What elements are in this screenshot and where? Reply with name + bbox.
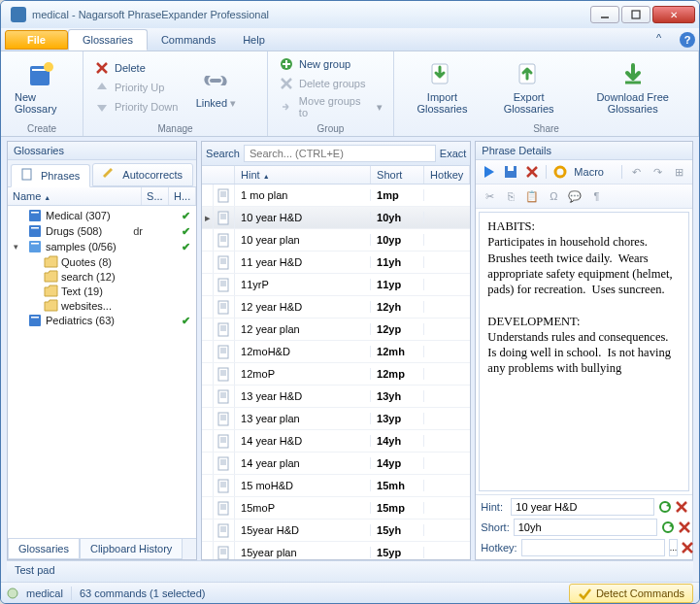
row-selector[interactable]: [202, 497, 214, 519]
row-selector[interactable]: [202, 386, 214, 407]
file-menu[interactable]: File: [5, 30, 68, 50]
macro-button[interactable]: Macro: [574, 166, 604, 178]
priority-up-button[interactable]: Priority Up: [91, 79, 181, 96]
row-selector[interactable]: [202, 363, 214, 385]
bubble-icon[interactable]: 💬: [567, 188, 583, 204]
col-hotkey[interactable]: Hotkey: [424, 166, 470, 184]
tree-row[interactable]: Medical (307)✔: [10, 208, 194, 223]
row-selector[interactable]: [202, 520, 214, 541]
col-short[interactable]: Short: [371, 166, 424, 184]
tree-row[interactable]: search (12): [10, 269, 194, 284]
cut-icon[interactable]: ✂: [482, 188, 497, 204]
table-row[interactable]: 12 year H&D12yh: [202, 296, 470, 319]
hint-clear-icon[interactable]: [676, 498, 687, 516]
table-row[interactable]: 12 year plan12yp: [202, 319, 470, 341]
row-selector[interactable]: [202, 408, 214, 429]
row-selector[interactable]: ▸: [202, 207, 214, 228]
maximize-button[interactable]: [621, 6, 650, 23]
table-row[interactable]: 15moP15mp: [202, 497, 470, 520]
pilcrow-icon[interactable]: ¶: [588, 188, 604, 204]
undo-icon[interactable]: ↶: [628, 164, 644, 180]
row-selector[interactable]: [202, 542, 214, 559]
help-icon[interactable]: ?: [680, 32, 695, 48]
table-row[interactable]: 13 year H&D13yh: [202, 386, 470, 408]
import-glossaries-button[interactable]: Import Glossaries: [402, 58, 483, 117]
table-row[interactable]: 15 moH&D15mh: [202, 475, 470, 497]
tab-glossaries[interactable]: Glossaries: [68, 29, 148, 50]
exact-label[interactable]: Exact: [440, 148, 467, 159]
play-icon[interactable]: [482, 164, 497, 180]
short-refresh-icon[interactable]: [661, 519, 675, 536]
row-selector[interactable]: [202, 229, 214, 251]
short-clear-icon[interactable]: [679, 519, 690, 536]
table-row[interactable]: 12moP12mp: [202, 363, 470, 386]
row-selector[interactable]: [202, 430, 214, 452]
gear-icon[interactable]: [552, 164, 568, 180]
hotkey-clear-icon[interactable]: [682, 539, 693, 556]
ribbon-toggle-icon[interactable]: ^: [656, 32, 672, 48]
row-selector[interactable]: [202, 341, 214, 362]
phrase-grid[interactable]: 1 mo plan1mp▸10 year H&D10yh10 year plan…: [202, 185, 470, 559]
move-groups-button[interactable]: Move groups to ▾: [276, 94, 385, 119]
table-row[interactable]: 1 mo plan1mp: [202, 185, 470, 207]
redo-icon[interactable]: ↷: [650, 164, 665, 180]
glossary-tree[interactable]: Medical (307)✔ Drugs (508) dr✔▾samples (…: [8, 206, 196, 538]
tree-row[interactable]: Pediatrics (63)✔: [10, 313, 194, 328]
table-row[interactable]: 15year plan15yp: [202, 542, 470, 559]
col-name[interactable]: Name: [8, 187, 142, 205]
tab-commands[interactable]: Commands: [148, 30, 229, 50]
paste-icon[interactable]: 📋: [524, 188, 540, 204]
col-hint[interactable]: Hint: [235, 166, 371, 184]
tree-row[interactable]: ▾samples (0/56)✔: [10, 239, 194, 254]
row-selector[interactable]: [202, 319, 214, 340]
table-row[interactable]: 10 year plan10yp: [202, 229, 470, 252]
tree-row[interactable]: Quotes (8): [10, 254, 194, 269]
priority-down-button[interactable]: Priority Down: [91, 98, 181, 116]
save-icon[interactable]: [503, 164, 518, 180]
table-row[interactable]: 13 year plan13yp: [202, 408, 470, 430]
hotkey-browse-icon[interactable]: ...: [669, 539, 679, 556]
expand-icon[interactable]: ⊞: [671, 164, 686, 180]
row-selector[interactable]: [202, 475, 214, 496]
hint-field[interactable]: [511, 498, 654, 516]
row-selector[interactable]: [202, 274, 214, 295]
table-row[interactable]: 14 year plan14yp: [202, 453, 470, 475]
linked-button[interactable]: Linked ▾: [186, 64, 245, 112]
row-selector[interactable]: [202, 185, 214, 206]
table-row[interactable]: ▸10 year H&D10yh: [202, 207, 470, 229]
download-glossaries-button[interactable]: Download Free Glossaries: [575, 58, 690, 117]
omega-icon[interactable]: Ω: [546, 188, 561, 204]
tree-row[interactable]: websites...: [10, 298, 194, 313]
bottom-tab-clipboard[interactable]: Clipboard History: [80, 539, 183, 559]
delete-button[interactable]: Delete: [91, 59, 181, 77]
tab-help[interactable]: Help: [229, 30, 279, 50]
detect-commands-button[interactable]: Detect Commands: [569, 584, 693, 603]
tree-row[interactable]: Drugs (508) dr✔: [10, 223, 194, 239]
table-row[interactable]: 14 year H&D14yh: [202, 430, 470, 453]
new-glossary-button[interactable]: New Glossary: [9, 58, 75, 117]
delete-icon[interactable]: [524, 164, 540, 180]
row-selector[interactable]: [202, 296, 214, 318]
col-h[interactable]: H...: [169, 187, 196, 205]
testpad-bar[interactable]: Test pad: [7, 560, 693, 582]
table-row[interactable]: 12moH&D12mh: [202, 341, 470, 363]
autocorrects-tab[interactable]: Autocorrects: [92, 163, 193, 186]
hotkey-field[interactable]: [521, 539, 665, 556]
copy-icon[interactable]: ⎘: [503, 188, 518, 204]
close-button[interactable]: ✕: [652, 6, 695, 23]
minimize-button[interactable]: [590, 6, 619, 23]
export-glossaries-button[interactable]: Export Glossaries: [488, 58, 569, 117]
phrases-tab[interactable]: Phrases: [11, 164, 90, 187]
short-field[interactable]: [514, 519, 657, 536]
col-s[interactable]: S...: [142, 187, 169, 205]
new-group-button[interactable]: New group: [276, 55, 385, 73]
table-row[interactable]: 11yrP11yp: [202, 274, 470, 296]
table-row[interactable]: 15year H&D15yh: [202, 520, 470, 542]
row-selector[interactable]: [202, 252, 214, 273]
delete-groups-button[interactable]: Delete groups: [276, 75, 385, 92]
table-row[interactable]: 11 year H&D11yh: [202, 252, 470, 274]
row-selector[interactable]: [202, 453, 214, 474]
search-input[interactable]: [244, 145, 436, 162]
bottom-tab-glossaries[interactable]: Glossaries: [8, 539, 80, 559]
hint-refresh-icon[interactable]: [658, 498, 672, 516]
